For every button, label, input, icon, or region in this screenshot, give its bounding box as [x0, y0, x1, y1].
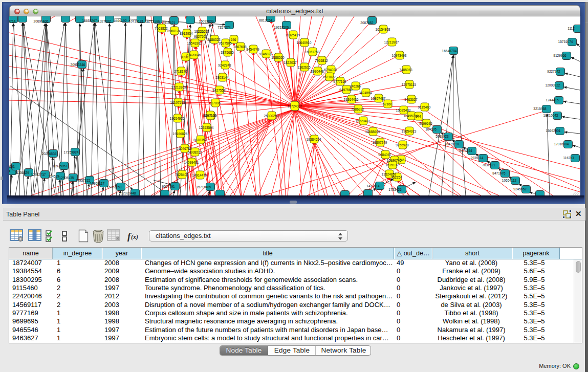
svg-text:10654112: 10654112: [502, 179, 517, 182]
svg-text:9242848: 9242848: [218, 63, 231, 67]
svg-text:9474444: 9474444: [459, 149, 472, 152]
svg-text:7357274: 7357274: [217, 26, 231, 29]
svg-text:9827503: 9827503: [194, 35, 207, 38]
svg-text:12942737: 12942737: [31, 173, 46, 177]
svg-text:746266: 746266: [350, 84, 361, 88]
svg-text:5938923: 5938923: [435, 135, 449, 138]
svg-text:19654925: 19654925: [170, 117, 185, 120]
svg-text:1822037: 1822037: [284, 61, 297, 64]
svg-text:18724007: 18724007: [288, 104, 302, 108]
svg-text:9756928: 9756928: [396, 143, 409, 147]
svg-text:11325419: 11325419: [286, 33, 300, 37]
svg-text:2087682: 2087682: [360, 21, 374, 25]
svg-text:644: 644: [416, 115, 421, 118]
svg-text:19384554: 19384554: [307, 138, 321, 141]
svg-text:16782759: 16782759: [107, 185, 122, 189]
svg-text:11156829: 11156829: [15, 171, 29, 174]
svg-text:8454749: 8454749: [246, 48, 259, 51]
svg-text:10973493: 10973493: [392, 54, 407, 57]
svg-text:16046788: 16046788: [177, 147, 192, 150]
svg-text:18807249: 18807249: [373, 141, 387, 144]
svg-text:8186323: 8186323: [207, 38, 221, 41]
svg-text:14099481: 14099481: [184, 161, 199, 164]
svg-text:15751074: 15751074: [558, 40, 573, 43]
svg-text:17975115: 17975115: [402, 83, 417, 86]
svg-text:8813054: 8813054: [259, 18, 272, 22]
svg-text:9463627: 9463627: [404, 98, 418, 101]
svg-text:9777169: 9777169: [333, 80, 346, 83]
svg-text:10975857: 10975857: [53, 164, 68, 168]
svg-text:25300253: 25300253: [264, 114, 279, 118]
svg-text:10958117: 10958117: [90, 182, 105, 185]
svg-text:12213369: 12213369: [171, 85, 186, 89]
svg-text:17359924: 17359924: [64, 150, 79, 154]
svg-text:7632621: 7632621: [482, 163, 495, 167]
svg-text:10688609: 10688609: [365, 130, 380, 134]
svg-text:7515521: 7515521: [162, 21, 176, 25]
svg-text:164095: 164095: [425, 127, 437, 131]
svg-text:8990448: 8990448: [311, 70, 324, 73]
svg-text:10719181: 10719181: [129, 19, 144, 23]
svg-text:7986322: 7986322: [351, 107, 364, 111]
svg-text:917006: 917006: [209, 101, 221, 105]
svg-text:19218506: 19218506: [274, 26, 289, 29]
svg-text:8878352: 8878352: [193, 138, 207, 142]
svg-text:1588520: 1588520: [271, 56, 285, 59]
svg-text:14055714: 14055714: [9, 19, 16, 23]
svg-text:10025433: 10025433: [396, 108, 411, 112]
svg-text:12093822: 12093822: [546, 83, 560, 87]
svg-text:16640910: 16640910: [297, 41, 312, 45]
svg-text:9129966: 9129966: [553, 54, 567, 57]
svg-text:15720407: 15720407: [356, 119, 371, 123]
svg-text:3875685: 3875685: [221, 51, 234, 54]
svg-text:12905135: 12905135: [59, 176, 74, 180]
svg-text:9115460: 9115460: [418, 105, 431, 109]
svg-text:6466102: 6466102: [114, 19, 127, 23]
svg-text:10807487: 10807487: [371, 97, 386, 100]
svg-text:1621022: 1621022: [322, 75, 336, 79]
svg-text:17957215: 17957215: [76, 179, 91, 182]
svg-text:20953346: 20953346: [71, 63, 85, 67]
svg-text:9227342: 9227342: [547, 70, 560, 73]
svg-text:16210643: 16210643: [543, 114, 558, 117]
svg-text:16648784: 16648784: [442, 49, 457, 53]
svg-text:9699695: 9699695: [419, 122, 432, 125]
svg-text:17016504: 17016504: [554, 142, 569, 146]
svg-text:16543362: 16543362: [187, 41, 202, 45]
svg-text:16033809: 16033809: [199, 19, 214, 23]
svg-text:18226058: 18226058: [194, 30, 209, 33]
svg-text:8267130: 8267130: [203, 114, 216, 117]
svg-text:9557791: 9557791: [162, 185, 175, 188]
svg-text:20206536: 20206536: [42, 152, 57, 156]
svg-text:8471676: 8471676: [492, 171, 506, 175]
svg-text:2867608: 2867608: [233, 45, 247, 49]
svg-text:9146821: 9146821: [259, 52, 272, 56]
svg-text:14938222: 14938222: [187, 150, 202, 154]
svg-text:8912954: 8912954: [180, 32, 193, 35]
svg-text:3624554: 3624554: [359, 91, 372, 95]
svg-text:16154808: 16154808: [376, 28, 390, 31]
svg-text:1362615: 1362615: [297, 65, 311, 69]
svg-text:12923448: 12923448: [121, 191, 136, 195]
svg-text:21364436: 21364436: [344, 98, 359, 101]
svg-text:185061: 185061: [9, 165, 15, 168]
svg-text:98961: 98961: [181, 55, 190, 59]
svg-text:16713155: 16713155: [145, 20, 160, 24]
svg-text:2718170: 2718170: [174, 70, 187, 73]
svg-text:12353594: 12353594: [199, 126, 214, 129]
svg-text:8960124: 8960124: [167, 29, 181, 33]
svg-text:12213967: 12213967: [384, 40, 399, 44]
svg-text:7955812: 7955812: [315, 59, 328, 62]
svg-text:3215958: 3215958: [533, 107, 547, 111]
svg-text:116753: 116753: [563, 156, 574, 160]
svg-text:15692901: 15692901: [546, 129, 561, 133]
svg-text:2935114: 2935114: [471, 156, 484, 160]
svg-text:9684067: 9684067: [378, 153, 391, 157]
svg-text:9527505: 9527505: [219, 41, 232, 45]
svg-text:7663822: 7663822: [155, 27, 168, 30]
svg-text:2803144: 2803144: [215, 76, 229, 79]
svg-text:(x): (x): [131, 233, 138, 240]
svg-text:1327602: 1327602: [98, 19, 111, 23]
svg-text:7485063: 7485063: [399, 68, 412, 72]
svg-text:1244415: 1244415: [546, 98, 559, 102]
